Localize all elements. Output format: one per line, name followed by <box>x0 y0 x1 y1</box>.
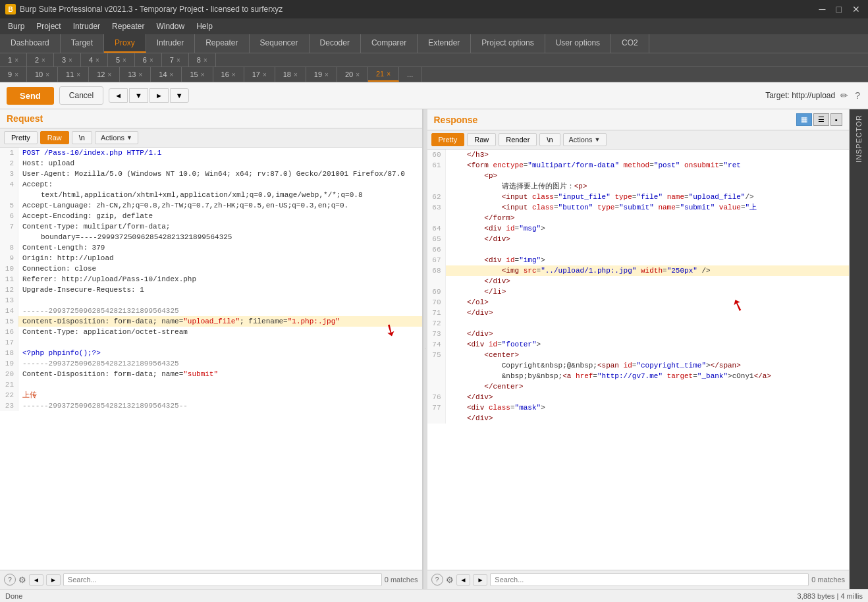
response-search-next-button[interactable]: ► <box>473 574 487 586</box>
request-line: 19 ------29937250962854282132189956432​5 <box>0 358 422 369</box>
tab-comparer[interactable]: Comparer <box>361 34 418 53</box>
tab-11[interactable]: 11× <box>58 67 89 82</box>
menu-burp[interactable]: Burp <box>3 20 30 33</box>
tab-12[interactable]: 12× <box>89 67 120 82</box>
response-actions-dropdown[interactable]: Actions ▼ <box>563 133 607 146</box>
tab-intruder[interactable]: Intruder <box>146 34 195 53</box>
response-line: </center> <box>427 381 850 392</box>
menu-window[interactable]: Window <box>151 20 190 33</box>
tab-repeater[interactable]: Repeater <box>195 34 249 53</box>
tab-co2[interactable]: CO2 <box>611 34 649 53</box>
search-prev-button[interactable]: ◄ <box>29 574 43 586</box>
response-tab-pretty[interactable]: Pretty <box>431 133 465 146</box>
tab-1[interactable]: 1× <box>0 53 27 67</box>
menu-help[interactable]: Help <box>191 20 218 33</box>
tab-more[interactable]: ... <box>399 67 421 82</box>
tab-project-options[interactable]: Project options <box>471 34 545 53</box>
tab-10[interactable]: 10× <box>27 67 58 82</box>
nav-left-button[interactable]: ◄ <box>109 88 128 103</box>
tab-17[interactable]: 17× <box>244 67 275 82</box>
tab-3[interactable]: 3× <box>54 53 81 67</box>
tab-19[interactable]: 19× <box>306 67 337 82</box>
edit-target-button[interactable]: ✏ <box>839 89 850 102</box>
tab-15[interactable]: 15× <box>182 67 213 82</box>
request-line: 13 <box>0 295 422 306</box>
tab-decoder[interactable]: Decoder <box>310 34 361 53</box>
response-line: 77 <div class="mask"> <box>427 402 850 413</box>
tab-5[interactable]: 5× <box>108 53 135 67</box>
tab-proxy[interactable]: Proxy <box>104 34 146 53</box>
response-toolbar: Pretty Raw Render \n Actions ▼ <box>427 130 850 150</box>
tab-target[interactable]: Target <box>61 34 104 53</box>
nav-down-button[interactable]: ▼ <box>129 88 148 103</box>
response-line: 64 <div id="msg"> <box>427 223 850 234</box>
request-tab-raw[interactable]: Raw <box>40 131 69 144</box>
tab-6[interactable]: 6× <box>135 53 162 67</box>
tab-20[interactable]: 20× <box>337 67 368 82</box>
tab-user-options[interactable]: User options <box>545 34 611 53</box>
search-next-button[interactable]: ► <box>46 574 61 586</box>
response-line: 67 <div id="img"> <box>427 255 850 265</box>
tab-16[interactable]: 16× <box>213 67 244 82</box>
response-actions-chevron-icon: ▼ <box>595 136 601 143</box>
nav-down2-button[interactable]: ▼ <box>170 88 189 103</box>
menu-repeater[interactable]: Repeater <box>107 20 149 33</box>
response-search-gear-icon[interactable]: ⚙ <box>446 575 454 585</box>
request-tab-newline[interactable]: \n <box>72 131 92 144</box>
response-code-area[interactable]: 60 </h3> 61 <form enctype="multipart/for… <box>427 150 850 570</box>
response-line: 74 <div id="footer"> <box>427 339 850 350</box>
actions-label: Actions <box>101 134 124 142</box>
request-search-input[interactable] <box>63 573 382 586</box>
tab-7[interactable]: 7× <box>162 53 189 67</box>
request-line: 7 Content-Type: multipart/form-data;boun… <box>0 221 422 242</box>
response-search-input[interactable] <box>490 573 809 586</box>
tab-13[interactable]: 13× <box>120 67 151 82</box>
response-tab-render[interactable]: Render <box>499 133 537 146</box>
request-line: 14 ------29937250962854282132189956432​5 <box>0 306 422 316</box>
target-label: Target: http://upload <box>765 91 835 100</box>
nav-right-button[interactable]: ► <box>149 88 169 103</box>
view-split-button[interactable]: ▦ <box>796 113 812 126</box>
search-gear-icon[interactable]: ⚙ <box>18 575 26 585</box>
tab-18[interactable]: 18× <box>275 67 306 82</box>
tab-4[interactable]: 4× <box>81 53 108 67</box>
send-button[interactable]: Send <box>7 87 54 105</box>
minimize-button[interactable]: ─ <box>817 4 828 14</box>
response-tab-newline[interactable]: \n <box>539 133 560 146</box>
request-line: 11 Referer: http://upload/Pass-10/index.… <box>0 274 422 285</box>
tab-sequencer[interactable]: Sequencer <box>250 34 310 53</box>
response-panel-header: Response ▦ ☰ ▪ <box>427 109 850 130</box>
maximize-button[interactable]: □ <box>834 4 844 14</box>
request-line: 21 <box>0 379 422 390</box>
response-search-help-icon[interactable]: ? <box>431 574 443 586</box>
response-line: 71 </div> <box>427 308 850 318</box>
tab-14[interactable]: 14× <box>151 67 182 82</box>
tab-21[interactable]: 21× <box>368 67 399 82</box>
request-tab-pretty[interactable]: Pretty <box>4 131 38 144</box>
response-tab-raw[interactable]: Raw <box>467 133 496 146</box>
close-button[interactable]: ✕ <box>850 4 863 14</box>
tab-dashboard[interactable]: Dashboard <box>0 34 61 53</box>
response-line: 66 <box>427 244 850 255</box>
response-search-bar: ? ⚙ ◄ ► 0 matches <box>427 570 850 589</box>
cancel-button[interactable]: Cancel <box>59 86 103 105</box>
secondary-tab-bar-row1: 1× 2× 3× 4× 5× 6× 7× 8× <box>0 53 868 67</box>
search-help-icon[interactable]: ? <box>4 574 16 586</box>
response-line: 63 <input class="button" type="submit" n… <box>427 202 850 213</box>
tab-9[interactable]: 9× <box>0 67 27 82</box>
request-actions-dropdown[interactable]: Actions ▼ <box>95 131 138 144</box>
tab-extender[interactable]: Extender <box>418 34 471 53</box>
status-left: Done <box>5 592 22 600</box>
help-button[interactable]: ? <box>854 89 861 102</box>
menu-project[interactable]: Project <box>31 20 66 33</box>
tab-8[interactable]: 8× <box>189 53 216 67</box>
view-list-button[interactable]: ☰ <box>813 113 829 126</box>
tab-2[interactable]: 2× <box>27 53 54 67</box>
request-title: Request <box>7 113 43 124</box>
response-search-prev-button[interactable]: ◄ <box>456 574 471 586</box>
request-code-area[interactable]: 1 POST /Pass-10/index.php HTTP/1.1 2 Hos… <box>0 148 422 570</box>
request-line: 22 上传 <box>0 390 422 400</box>
request-line: 12 Upgrade-Insecure-Requests: 1 <box>0 285 422 295</box>
menu-intruder[interactable]: Intruder <box>68 20 105 33</box>
view-single-button[interactable]: ▪ <box>830 113 842 126</box>
